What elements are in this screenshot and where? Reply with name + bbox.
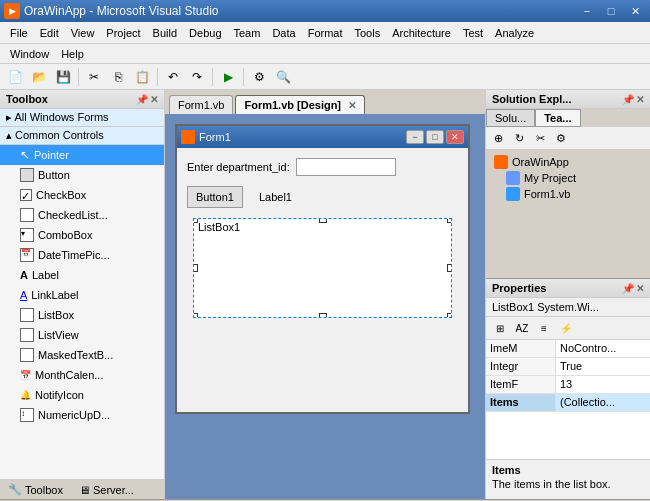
menu-team[interactable]: Team: [228, 25, 267, 41]
se-myproject-item[interactable]: My Project: [502, 170, 646, 186]
resize-sw[interactable]: [193, 313, 198, 318]
props-value-imem[interactable]: NoContro...: [556, 340, 650, 357]
toolbar-extra2[interactable]: 🔍: [272, 66, 294, 88]
toolbar-save[interactable]: 💾: [52, 66, 74, 88]
toolbar-paste[interactable]: 📋: [131, 66, 153, 88]
toolbox-section-common[interactable]: ▴ Common Controls: [0, 127, 164, 145]
se-btn3[interactable]: ✂: [530, 129, 550, 147]
menu-edit[interactable]: Edit: [34, 25, 65, 41]
designer-area[interactable]: Form1 − □ ✕ Enter department_id: Button1: [165, 114, 485, 499]
menu-bar: File Edit View Project Build Debug Team …: [0, 22, 650, 44]
department-input[interactable]: [296, 158, 396, 176]
toolbox-pin-btn[interactable]: 📌: [136, 94, 148, 105]
solution-explorer: Solution Expl... 📌 ✕ Solu... Tea... ⊕ ↻ …: [486, 90, 650, 279]
props-value-items[interactable]: (Collectio...: [556, 394, 650, 411]
toolbox-item-numericupdown[interactable]: ↕ NumericUpD...: [0, 405, 164, 425]
resize-s[interactable]: [319, 313, 327, 318]
resize-nw[interactable]: [193, 218, 198, 223]
tab-form1design[interactable]: Form1.vb [Design] ✕: [235, 95, 365, 114]
menu-data[interactable]: Data: [266, 25, 301, 41]
menu-project[interactable]: Project: [100, 25, 146, 41]
form-minimize-btn[interactable]: −: [406, 130, 424, 144]
toolbar-copy[interactable]: ⎘: [107, 66, 129, 88]
tab-close-icon[interactable]: ✕: [348, 100, 356, 111]
form-maximize-btn[interactable]: □: [426, 130, 444, 144]
toolbar: 📄 📂 💾 ✂ ⎘ 📋 ↶ ↷ ▶ ⚙ 🔍: [0, 64, 650, 90]
toolbox-close-btn[interactable]: ✕: [150, 94, 158, 105]
props-close-btn[interactable]: ✕: [636, 283, 644, 294]
se-btn1[interactable]: ⊕: [488, 129, 508, 147]
minimize-button[interactable]: −: [576, 3, 598, 19]
se-tab-team[interactable]: Tea...: [535, 109, 580, 127]
menu-help[interactable]: Help: [55, 46, 90, 62]
props-object-selector[interactable]: ListBox1 System.Wi...: [486, 298, 650, 317]
menu-tools[interactable]: Tools: [349, 25, 387, 41]
button-icon: [20, 168, 34, 182]
toolbox-item-pointer[interactable]: ↖ Pointer: [0, 145, 164, 165]
resize-n[interactable]: [319, 218, 327, 223]
props-sort-alpha[interactable]: AZ: [512, 319, 532, 337]
props-row-items: Items (Collectio...: [486, 394, 650, 412]
se-tab-team-label: Tea...: [544, 112, 571, 124]
menu-debug[interactable]: Debug: [183, 25, 227, 41]
toolbar-run[interactable]: ▶: [217, 66, 239, 88]
menu-view[interactable]: View: [65, 25, 101, 41]
se-project-item[interactable]: OraWinApp: [490, 154, 646, 170]
toolbox-section-all-windows[interactable]: ▸ All Windows Forms: [0, 109, 164, 127]
toolbox-item-datetimepicker[interactable]: 📅 DateTimePic...: [0, 245, 164, 265]
datetimepicker-icon: 📅: [20, 248, 34, 262]
toolbar-redo[interactable]: ↷: [186, 66, 208, 88]
toolbox-item-checkbox[interactable]: ✓ CheckBox: [0, 185, 164, 205]
toolbox-item-button[interactable]: Button: [0, 165, 164, 185]
toolbox-item-linklabel[interactable]: A LinkLabel: [0, 285, 164, 305]
menu-window[interactable]: Window: [4, 46, 55, 62]
toolbox-item-maskedtext[interactable]: MaskedTextB...: [0, 345, 164, 365]
form-close-btn[interactable]: ✕: [446, 130, 464, 144]
props-sort-category[interactable]: ⊞: [490, 319, 510, 337]
form-window[interactable]: Form1 − □ ✕ Enter department_id: Button1: [175, 124, 470, 414]
toolbar-extra1[interactable]: ⚙: [248, 66, 270, 88]
toolbox-item-listview[interactable]: ListView: [0, 325, 164, 345]
se-close-btn[interactable]: ✕: [636, 94, 644, 105]
toolbox-tab[interactable]: 🔧 Toolbox: [0, 480, 71, 499]
toolbar-new[interactable]: 📄: [4, 66, 26, 88]
button1[interactable]: Button1: [187, 186, 243, 208]
menu-architecture[interactable]: Architecture: [386, 25, 457, 41]
button-label-row: Button1 Label1: [187, 186, 458, 208]
menu-test[interactable]: Test: [457, 25, 489, 41]
toolbox-item-checkedlist[interactable]: CheckedList...: [0, 205, 164, 225]
props-properties-btn[interactable]: ≡: [534, 319, 554, 337]
toolbox-item-combobox[interactable]: ▾ ComboBox: [0, 225, 164, 245]
props-events-btn[interactable]: ⚡: [556, 319, 576, 337]
resize-e[interactable]: [447, 264, 452, 272]
toolbar-cut[interactable]: ✂: [83, 66, 105, 88]
server-tab[interactable]: 🖥 Server...: [71, 480, 142, 499]
props-pin-btn[interactable]: 📌: [622, 283, 634, 294]
form-title-bar: Form1 − □ ✕: [177, 126, 468, 148]
resize-se[interactable]: [447, 313, 452, 318]
toolbox-item-notifyicon[interactable]: 🔔 NotifyIcon: [0, 385, 164, 405]
resize-w[interactable]: [193, 264, 198, 272]
toolbox-item-listbox[interactable]: ListBox: [0, 305, 164, 325]
menu-format[interactable]: Format: [302, 25, 349, 41]
props-value-itemf[interactable]: 13: [556, 376, 650, 393]
toolbox-item-monthcalendar[interactable]: 📅 MonthCalen...: [0, 365, 164, 385]
se-pin-btn[interactable]: 📌: [622, 94, 634, 105]
toolbar-open[interactable]: 📂: [28, 66, 50, 88]
se-form-item[interactable]: Form1.vb: [502, 186, 646, 202]
menu-analyze[interactable]: Analyze: [489, 25, 540, 41]
menu-build[interactable]: Build: [147, 25, 183, 41]
toolbar-undo[interactable]: ↶: [162, 66, 184, 88]
maximize-button[interactable]: □: [600, 3, 622, 19]
resize-ne[interactable]: [447, 218, 452, 223]
close-button[interactable]: ✕: [624, 3, 646, 19]
props-value-integr[interactable]: True: [556, 358, 650, 375]
se-btn2[interactable]: ↻: [509, 129, 529, 147]
props-content: ImeM NoContro... Integr True ItemF 13 It…: [486, 340, 650, 459]
listbox-container[interactable]: ListBox1: [193, 218, 452, 318]
menu-file[interactable]: File: [4, 25, 34, 41]
toolbox-item-label[interactable]: A Label: [0, 265, 164, 285]
se-tab-solution[interactable]: Solu...: [486, 109, 535, 127]
tab-form1vb[interactable]: Form1.vb: [169, 95, 233, 114]
se-btn4[interactable]: ⚙: [551, 129, 571, 147]
